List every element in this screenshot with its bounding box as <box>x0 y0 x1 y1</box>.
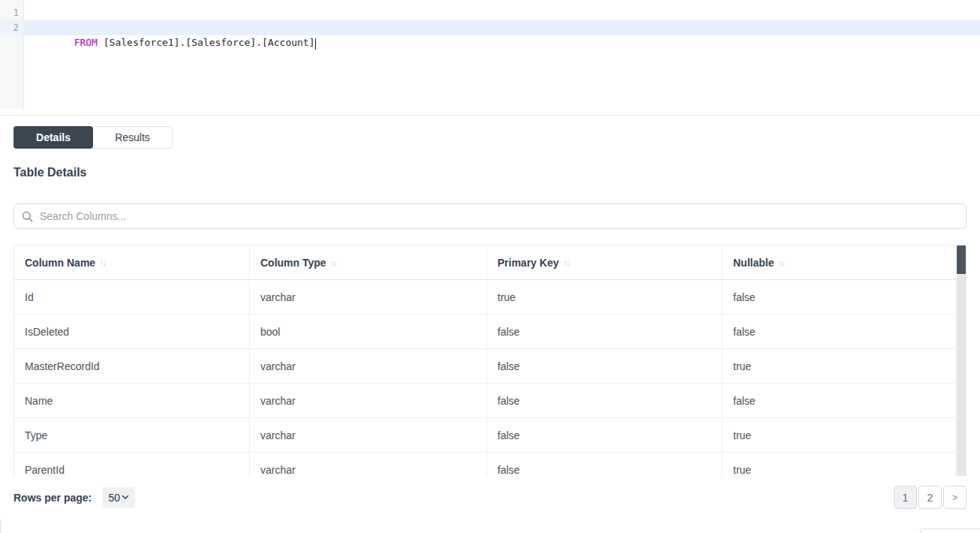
sort-icon[interactable]: ↑↓ <box>564 258 569 267</box>
cell-column-type: varchar <box>250 453 487 476</box>
cell-column-name: Id <box>14 280 250 315</box>
cell-column-name: MasterRecordId <box>14 349 250 384</box>
code-line-2-current[interactable]: 2 FROM [Salesforce1].[Salesforce].[Accou… <box>0 20 980 35</box>
cell-column-type: bool <box>250 315 487 349</box>
sql-editor[interactable]: 1SELECT * 2 FROM [Salesforce1].[Salesfor… <box>0 0 980 109</box>
column-header-column-type[interactable]: Column Type ↑↓ <box>250 245 487 280</box>
sort-icon[interactable]: ↑↓ <box>100 258 105 267</box>
table-row[interactable]: MasterRecordId varchar false true <box>14 349 956 384</box>
line-number: 1 <box>0 5 24 20</box>
cell-column-type: varchar <box>250 349 487 384</box>
table-row[interactable]: IsDeleted bool false false <box>14 315 956 349</box>
page-title: Table Details <box>14 166 966 179</box>
cell-nullable: true <box>723 453 956 476</box>
page-button-1[interactable]: 1 <box>894 486 917 509</box>
table-header-row: Column Name ↑↓ Column Type ↑↓ Primary Ke… <box>14 245 956 280</box>
sort-icon[interactable]: ↑↓ <box>778 258 783 267</box>
cell-primary-key: false <box>487 315 723 349</box>
table-footer: Rows per page: 50 1 2 > <box>14 486 966 509</box>
sql-indent <box>62 37 74 48</box>
details-results-tabs: Details Results <box>14 126 966 149</box>
cell-column-name: Name <box>14 384 250 418</box>
cell-primary-key: true <box>487 280 723 315</box>
rows-per-page-select[interactable]: 50 <box>102 487 135 508</box>
cell-nullable: false <box>723 315 956 349</box>
cell-column-type: varchar <box>250 384 487 418</box>
cell-primary-key: false <box>487 453 723 476</box>
table-row[interactable]: Type varchar false true <box>14 418 956 453</box>
search-box[interactable] <box>14 203 966 229</box>
chevron-down-icon <box>122 495 129 500</box>
cell-column-name: IsDeleted <box>14 315 250 349</box>
cell-nullable: false <box>723 280 956 315</box>
pagination: 1 2 > <box>894 486 966 509</box>
code-line-1[interactable]: 1SELECT * <box>0 5 980 20</box>
sql-text: [Salesforce1].[Salesforce].[Account] <box>98 37 315 48</box>
page-button-2[interactable]: 2 <box>918 486 942 509</box>
cell-column-name: ParentId <box>14 453 250 476</box>
sql-keyword: FROM <box>74 37 98 48</box>
tab-results[interactable]: Results <box>93 126 173 149</box>
table-row[interactable]: Name varchar false false <box>14 384 956 418</box>
column-header-nullable[interactable]: Nullable ↑↓ <box>723 245 956 280</box>
line-number: 2 <box>0 20 24 35</box>
text-cursor <box>315 38 317 50</box>
tab-details[interactable]: Details <box>14 126 93 149</box>
cell-nullable: true <box>723 418 956 453</box>
clipped-element-edge <box>920 528 980 533</box>
cell-column-name: Type <box>14 418 250 453</box>
next-page-button[interactable]: > <box>943 486 966 509</box>
scrollbar-thumb[interactable] <box>957 245 966 274</box>
column-header-column-name[interactable]: Column Name ↑↓ <box>14 245 250 280</box>
cell-primary-key: false <box>487 384 723 418</box>
cell-primary-key: false <box>487 418 723 453</box>
sort-icon[interactable]: ↑↓ <box>331 258 336 267</box>
rows-per-page-label: Rows per page: <box>14 492 92 504</box>
search-icon <box>22 211 33 222</box>
cell-column-type: varchar <box>250 418 487 453</box>
cell-nullable: true <box>723 349 956 384</box>
editor-results-divider <box>0 115 980 116</box>
search-input[interactable] <box>40 210 958 222</box>
table-details-table: Column Name ↑↓ Column Type ↑↓ Primary Ke… <box>14 245 966 476</box>
cell-nullable: false <box>723 384 956 418</box>
cell-primary-key: false <box>487 349 723 384</box>
column-header-primary-key[interactable]: Primary Key ↑↓ <box>487 245 723 280</box>
left-edge-artifact <box>0 519 1 533</box>
table-row[interactable]: ParentId varchar false true <box>14 453 956 476</box>
table-scrollbar[interactable] <box>957 245 966 476</box>
cell-column-type: varchar <box>250 280 487 315</box>
table-row[interactable]: Id varchar true false <box>14 280 956 315</box>
table-body: Id varchar true false IsDeleted bool fal… <box>14 280 956 476</box>
